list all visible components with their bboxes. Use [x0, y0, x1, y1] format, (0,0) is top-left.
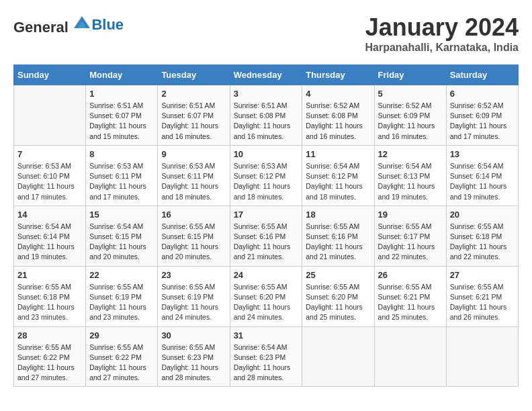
day-detail: Sunrise: 6:55 AMSunset: 6:21 PMDaylight:…: [378, 282, 443, 323]
calendar-cell: 11Sunrise: 6:54 AMSunset: 6:12 PMDayligh…: [302, 145, 374, 205]
day-header-saturday: Saturday: [446, 65, 518, 85]
day-detail: Sunrise: 6:54 AMSunset: 6:23 PMDaylight:…: [234, 342, 299, 383]
day-header-friday: Friday: [374, 65, 446, 85]
calendar-cell: 16Sunrise: 6:55 AMSunset: 6:15 PMDayligh…: [158, 205, 230, 266]
day-detail: Sunrise: 6:55 AMSunset: 6:21 PMDaylight:…: [450, 282, 515, 323]
day-detail: Sunrise: 6:51 AMSunset: 6:08 PMDaylight:…: [234, 101, 299, 142]
calendar-cell: 8Sunrise: 6:53 AMSunset: 6:11 PMDaylight…: [86, 145, 158, 205]
day-number: 27: [450, 270, 515, 280]
calendar-cell: 28Sunrise: 6:55 AMSunset: 6:22 PMDayligh…: [14, 326, 86, 387]
calendar-cell: [374, 326, 446, 387]
calendar-cell: 10Sunrise: 6:53 AMSunset: 6:12 PMDayligh…: [230, 145, 302, 205]
day-detail: Sunrise: 6:55 AMSunset: 6:15 PMDaylight:…: [161, 222, 226, 263]
calendar-cell: 30Sunrise: 6:55 AMSunset: 6:23 PMDayligh…: [158, 326, 230, 387]
day-detail: Sunrise: 6:54 AMSunset: 6:15 PMDaylight:…: [89, 222, 154, 263]
day-detail: Sunrise: 6:55 AMSunset: 6:18 PMDaylight:…: [17, 282, 82, 323]
week-row-1: 1Sunrise: 6:51 AMSunset: 6:07 PMDaylight…: [14, 85, 519, 146]
day-number: 20: [450, 210, 515, 220]
day-detail: Sunrise: 6:55 AMSunset: 6:22 PMDaylight:…: [17, 342, 82, 383]
calendar-cell: 1Sunrise: 6:51 AMSunset: 6:07 PMDaylight…: [86, 85, 158, 146]
logo-blue: Blue: [91, 16, 124, 33]
day-detail: Sunrise: 6:55 AMSunset: 6:19 PMDaylight:…: [161, 282, 226, 323]
day-number: 1: [89, 89, 154, 99]
day-detail: Sunrise: 6:55 AMSunset: 6:16 PMDaylight:…: [234, 222, 299, 263]
calendar-cell: 29Sunrise: 6:55 AMSunset: 6:22 PMDayligh…: [86, 326, 158, 387]
day-detail: Sunrise: 6:52 AMSunset: 6:09 PMDaylight:…: [378, 101, 443, 142]
day-detail: Sunrise: 6:52 AMSunset: 6:08 PMDaylight:…: [306, 101, 370, 142]
calendar-cell: 26Sunrise: 6:55 AMSunset: 6:21 PMDayligh…: [374, 266, 446, 326]
calendar-cell: 20Sunrise: 6:55 AMSunset: 6:18 PMDayligh…: [446, 205, 518, 266]
day-detail: Sunrise: 6:55 AMSunset: 6:22 PMDaylight:…: [89, 342, 154, 383]
day-number: 6: [450, 89, 515, 99]
calendar-cell: 4Sunrise: 6:52 AMSunset: 6:08 PMDaylight…: [302, 85, 374, 146]
calendar-cell: 12Sunrise: 6:54 AMSunset: 6:13 PMDayligh…: [374, 145, 446, 205]
day-number: 19: [378, 210, 443, 220]
day-detail: Sunrise: 6:53 AMSunset: 6:11 PMDaylight:…: [161, 161, 226, 202]
day-number: 16: [161, 210, 226, 220]
day-header-monday: Monday: [86, 65, 158, 85]
day-number: 22: [89, 270, 154, 280]
day-detail: Sunrise: 6:55 AMSunset: 6:23 PMDaylight:…: [161, 342, 226, 383]
day-number: 13: [450, 149, 515, 159]
calendar-cell: 3Sunrise: 6:51 AMSunset: 6:08 PMDaylight…: [230, 85, 302, 146]
day-header-wednesday: Wednesday: [230, 65, 302, 85]
calendar-cell: 6Sunrise: 6:52 AMSunset: 6:09 PMDaylight…: [446, 85, 518, 146]
calendar-cell: [446, 326, 518, 387]
calendar-cell: [14, 85, 86, 146]
day-detail: Sunrise: 6:53 AMSunset: 6:12 PMDaylight:…: [234, 161, 299, 202]
calendar-cell: 31Sunrise: 6:54 AMSunset: 6:23 PMDayligh…: [230, 326, 302, 387]
day-number: 11: [306, 149, 370, 159]
calendar-cell: 27Sunrise: 6:55 AMSunset: 6:21 PMDayligh…: [446, 266, 518, 326]
calendar-cell: 25Sunrise: 6:55 AMSunset: 6:20 PMDayligh…: [302, 266, 374, 326]
week-row-5: 28Sunrise: 6:55 AMSunset: 6:22 PMDayligh…: [14, 326, 519, 387]
day-detail: Sunrise: 6:55 AMSunset: 6:20 PMDaylight:…: [306, 282, 370, 323]
day-detail: Sunrise: 6:54 AMSunset: 6:13 PMDaylight:…: [378, 161, 443, 202]
day-detail: Sunrise: 6:54 AMSunset: 6:12 PMDaylight:…: [306, 161, 370, 202]
day-number: 26: [378, 270, 443, 280]
day-number: 30: [161, 330, 226, 340]
week-row-3: 14Sunrise: 6:54 AMSunset: 6:14 PMDayligh…: [14, 205, 519, 266]
day-number: 15: [89, 210, 154, 220]
location-title: Harpanahalli, Karnataka, India: [365, 42, 519, 54]
calendar-cell: 9Sunrise: 6:53 AMSunset: 6:11 PMDaylight…: [158, 145, 230, 205]
week-row-2: 7Sunrise: 6:53 AMSunset: 6:10 PMDaylight…: [14, 145, 519, 205]
title-area: January 2024 Harpanahalli, Karnataka, In…: [365, 13, 519, 54]
logo: General Blue: [13, 13, 124, 36]
logo-general: General: [13, 19, 69, 36]
day-number: 25: [306, 270, 370, 280]
day-detail: Sunrise: 6:54 AMSunset: 6:14 PMDaylight:…: [17, 222, 82, 263]
calendar-cell: 15Sunrise: 6:54 AMSunset: 6:15 PMDayligh…: [86, 205, 158, 266]
day-number: 12: [378, 149, 443, 159]
week-row-4: 21Sunrise: 6:55 AMSunset: 6:18 PMDayligh…: [14, 266, 519, 326]
day-header-tuesday: Tuesday: [158, 65, 230, 85]
days-header-row: SundayMondayTuesdayWednesdayThursdayFrid…: [14, 65, 519, 85]
day-detail: Sunrise: 6:54 AMSunset: 6:14 PMDaylight:…: [450, 161, 515, 202]
day-number: 23: [161, 270, 226, 280]
day-number: 3: [234, 89, 299, 99]
day-detail: Sunrise: 6:53 AMSunset: 6:11 PMDaylight:…: [89, 161, 154, 202]
day-number: 18: [306, 210, 370, 220]
day-number: 8: [89, 149, 154, 159]
calendar-cell: 23Sunrise: 6:55 AMSunset: 6:19 PMDayligh…: [158, 266, 230, 326]
day-detail: Sunrise: 6:53 AMSunset: 6:10 PMDaylight:…: [17, 161, 82, 202]
day-number: 2: [161, 89, 226, 99]
day-detail: Sunrise: 6:51 AMSunset: 6:07 PMDaylight:…: [89, 101, 154, 142]
calendar-cell: 14Sunrise: 6:54 AMSunset: 6:14 PMDayligh…: [14, 205, 86, 266]
calendar-cell: 2Sunrise: 6:51 AMSunset: 6:07 PMDaylight…: [158, 85, 230, 146]
calendar-cell: 13Sunrise: 6:54 AMSunset: 6:14 PMDayligh…: [446, 145, 518, 205]
day-detail: Sunrise: 6:55 AMSunset: 6:20 PMDaylight:…: [234, 282, 299, 323]
day-detail: Sunrise: 6:51 AMSunset: 6:07 PMDaylight:…: [161, 101, 226, 142]
day-detail: Sunrise: 6:55 AMSunset: 6:18 PMDaylight:…: [450, 222, 515, 263]
calendar-cell: 21Sunrise: 6:55 AMSunset: 6:18 PMDayligh…: [14, 266, 86, 326]
header: General Blue January 2024 Harpanahalli, …: [13, 13, 519, 54]
day-number: 4: [306, 89, 370, 99]
calendar-cell: 5Sunrise: 6:52 AMSunset: 6:09 PMDaylight…: [374, 85, 446, 146]
calendar-cell: 22Sunrise: 6:55 AMSunset: 6:19 PMDayligh…: [86, 266, 158, 326]
calendar-cell: 24Sunrise: 6:55 AMSunset: 6:20 PMDayligh…: [230, 266, 302, 326]
day-detail: Sunrise: 6:52 AMSunset: 6:09 PMDaylight:…: [450, 101, 515, 142]
day-number: 24: [234, 270, 299, 280]
calendar-cell: [302, 326, 374, 387]
day-number: 9: [161, 149, 226, 159]
calendar-table: SundayMondayTuesdayWednesdayThursdayFrid…: [13, 64, 519, 387]
logo-icon: [73, 13, 91, 32]
